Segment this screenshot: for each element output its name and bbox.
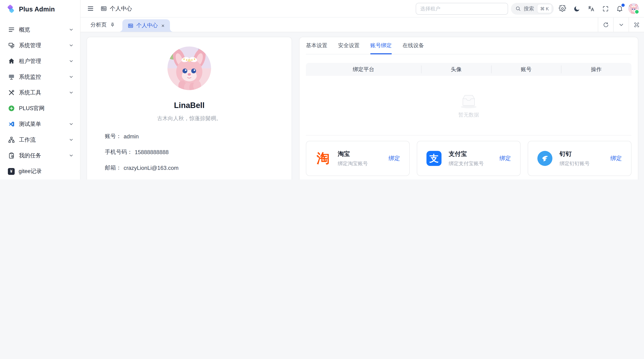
column-platform: 绑定平台 [306,66,421,73]
sidebar-item-test-menu[interactable]: 测试菜单 [4,117,76,131]
tab-account-binding[interactable]: 账号绑定 [370,37,392,54]
chevron-down-icon [69,74,74,79]
bind-card-alipay: 支 支付宝 绑定支付宝账号 绑定 [417,141,520,176]
content-area: LinaBell 古木向人秋，惊蓬掠鬓稠。 账号： admin 手机号码： 15… [80,32,644,179]
empty-text: 暂无数据 [458,111,479,118]
app-logo: Plus Admin [0,0,80,18]
tabs-menu-button[interactable] [613,17,628,32]
fullscreen-button[interactable] [600,3,611,14]
field-email: 邮箱： crazyLionLi@163.com [105,164,281,172]
bind-card-dingtalk: 钉钉 绑定钉钉账号 绑定 [528,141,632,176]
bind-desc: 绑定支付宝账号 [449,161,496,167]
profile-card-icon [100,5,107,12]
translate-icon [588,5,595,12]
main-area: 个人中心 搜索 ⌘ K [80,0,644,179]
chevron-down-icon [69,27,74,32]
app-title: Plus Admin [19,6,55,13]
moon-icon [573,5,580,12]
sidebar-item-system-monitor[interactable]: 系统监控 [4,70,76,84]
sidebar-item-gitee-record[interactable]: ¥ gitee记录 [4,164,76,178]
notifications-button[interactable] [614,3,626,14]
profile-fields: 账号： admin 手机号码： 15888888888 邮箱： crazyLio… [98,133,281,179]
sidebar-item-system-tools[interactable]: 系统工具 [4,86,76,99]
test-menu-icon [8,120,15,128]
plus-site-icon [8,105,15,112]
bind-title: 支付宝 [449,150,496,158]
tab-basic-settings[interactable]: 基本设置 [306,37,327,54]
refresh-icon [603,22,609,28]
logo-icon [6,5,16,14]
gitee-record-icon: ¥ [8,168,15,175]
maximize-icon [634,22,640,28]
gear-icon [559,5,566,12]
chevron-down-icon [69,153,74,158]
global-search-button[interactable]: 搜索 ⌘ K [511,3,554,14]
bind-desc: 绑定淘宝账号 [338,161,385,167]
workflow-icon [8,136,15,143]
column-action: 操作 [561,66,632,73]
tab-analysis[interactable]: 分析页 [80,17,117,32]
breadcrumb: 个人中心 [100,5,132,12]
settings-button[interactable] [557,3,568,14]
profile-motto: 古木向人秋，惊蓬掠鬓稠。 [98,115,281,122]
refresh-button[interactable] [598,17,613,32]
system-monitor-icon [8,73,15,80]
binding-table-header: 绑定平台 头像 账号 操作 [306,63,632,76]
header-actions: 搜索 ⌘ K [416,3,639,14]
system-manage-icon [8,42,15,49]
overview-icon [8,26,15,33]
divider [306,135,632,135]
tab-tools [598,17,644,32]
bind-desc: 绑定钉钉账号 [560,161,607,167]
chevron-down-icon [618,22,624,28]
page-tabs-bar: 分析页 个人中心 × [80,17,644,32]
tab-profile-active[interactable]: 个人中心 × [122,19,170,32]
maximize-button[interactable] [628,17,644,32]
dingtalk-icon [538,151,552,166]
search-icon [515,6,521,11]
sidebar-item-overview[interactable]: 概览 [4,23,76,36]
dark-mode-button[interactable] [571,3,582,14]
tab-online-devices[interactable]: 在线设备 [402,37,424,54]
online-status-dot [634,9,639,14]
menu-toggle-button[interactable] [86,3,95,14]
system-tools-icon [8,89,15,96]
profile-card: LinaBell 古木向人秋，惊蓬掠鬓稠。 账号： admin 手机号码： 15… [86,37,292,179]
sidebar-item-workflow[interactable]: 工作流 [4,133,76,147]
sidebar-item-my-tasks[interactable]: 我的任务 [4,149,76,162]
tab-security-settings[interactable]: 安全设置 [338,37,360,54]
sidebar-item-tenant-manage[interactable]: 租户管理 [4,54,76,68]
close-icon[interactable]: × [161,22,164,29]
bind-action-link[interactable]: 绑定 [610,155,622,162]
tenant-manage-icon [8,57,15,65]
bind-title: 钉钉 [560,150,607,158]
app-window: Plus Admin 概览 系统管理 租户管理 [0,0,644,179]
bind-action-link[interactable]: 绑定 [388,155,400,162]
hamburger-icon [87,5,94,12]
chevron-down-icon [69,59,74,64]
bind-card-taobao: 淘 淘宝 绑定淘宝账号 绑定 [306,141,410,176]
bind-action-link[interactable]: 绑定 [500,155,511,162]
my-tasks-icon [8,152,15,159]
breadcrumb-label: 个人中心 [110,5,132,12]
sidebar-item-system-manage[interactable]: 系统管理 [4,39,76,52]
settings-tabs: 基本设置 安全设置 账号绑定 在线设备 [306,37,632,54]
sidebar-item-plus-site[interactable]: PLUS官网 [4,101,76,115]
search-shortcut: ⌘ K [537,4,552,13]
empty-state: 暂无数据 [306,76,632,135]
chevron-down-icon [69,90,74,95]
binding-cards: 淘 淘宝 绑定淘宝账号 绑定 支 支付宝 绑定支付宝账号 绑定 [306,141,632,179]
pin-icon[interactable] [110,22,115,27]
tenant-select-input[interactable] [416,3,508,14]
user-avatar-button[interactable] [628,3,639,14]
search-label: 搜索 [524,5,534,12]
alipay-icon: 支 [426,151,442,166]
chevron-down-icon [69,122,74,127]
sidebar: Plus Admin 概览 系统管理 租户管理 [0,0,80,179]
profile-avatar [168,46,211,90]
sidebar-nav: 概览 系统管理 租户管理 系统监控 [0,18,80,179]
field-phone: 手机号码： 15888888888 [105,148,281,156]
language-button[interactable] [585,3,597,14]
column-account: 账号 [491,66,561,73]
chevron-down-icon [69,43,74,48]
